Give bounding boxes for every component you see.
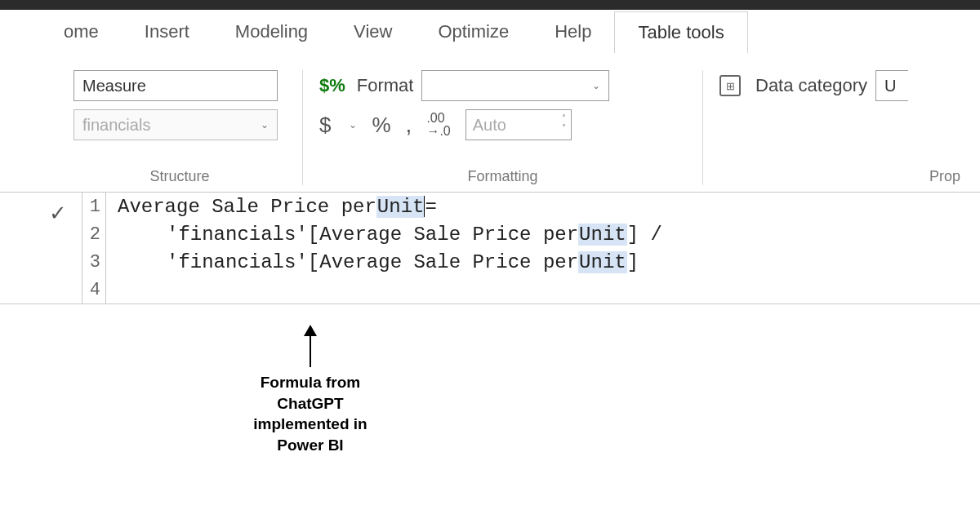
code-text: ] /: [627, 224, 662, 246]
group-formatting: $% Format ⌄ $ ⌄ % , .00→.0 Auto ˄ ˅: [302, 70, 702, 185]
decimal-places-stepper[interactable]: Auto ˄ ˅: [466, 109, 572, 140]
data-category-value: U: [884, 77, 896, 95]
code-highlight: Unit: [376, 196, 425, 218]
code-text: 'financials'[Average Sale Price per: [167, 224, 578, 246]
format-label: Format: [357, 75, 414, 96]
code-text: 'financials'[Average Sale Price per: [167, 251, 578, 273]
chevron-up-icon[interactable]: ˄: [562, 113, 566, 123]
formula-commit-area: ✓: [0, 193, 82, 226]
code-text: ]: [627, 251, 639, 273]
code-line[interactable]: 1 Average Sale Price per Unit =: [82, 193, 980, 220]
home-table-dropdown[interactable]: financials ⌄: [74, 109, 278, 140]
tab-home[interactable]: ome: [41, 11, 122, 52]
line-number: 4: [82, 280, 105, 300]
thousands-separator-button[interactable]: ,: [406, 112, 412, 138]
data-category-label: Data category: [755, 75, 867, 96]
tab-table-tools[interactable]: Table tools: [614, 11, 747, 53]
format-icon: $%: [319, 75, 345, 96]
line-number: 3: [82, 252, 105, 273]
group-label-properties: Prop: [719, 163, 964, 185]
decimal-places-value: Auto: [473, 116, 506, 135]
group-structure: financials ⌄ Structure: [57, 70, 302, 185]
measure-name-input[interactable]: [74, 70, 278, 101]
line-number: 1: [82, 197, 105, 217]
group-properties: ⊞ Data category U Prop: [702, 70, 980, 185]
tab-optimize[interactable]: Optimize: [415, 11, 532, 52]
decimal-places-icon[interactable]: .00→.0: [426, 112, 450, 138]
chevron-down-icon[interactable]: ˅: [562, 123, 566, 133]
data-category-icon: ⊞: [719, 75, 741, 96]
code-line[interactable]: 4: [82, 276, 980, 304]
code-text: Average Sale Price per: [118, 196, 376, 218]
code-highlight: Unit: [578, 251, 627, 273]
ribbon-body: financials ⌄ Structure $% Format ⌄ $ ⌄ %…: [0, 54, 980, 193]
format-dropdown[interactable]: ⌄: [421, 70, 609, 101]
annotation-callout: Formula from ChatGPT implemented in Powe…: [229, 326, 392, 456]
stepper-arrows[interactable]: ˄ ˅: [562, 113, 566, 133]
group-label-formatting: Formatting: [319, 163, 686, 185]
code-line[interactable]: 3 'financials'[Average Sale Price per Un…: [82, 248, 980, 276]
chevron-down-icon: ⌄: [261, 119, 269, 131]
percent-button[interactable]: %: [372, 113, 390, 138]
data-category-dropdown[interactable]: U: [875, 70, 908, 101]
chevron-down-icon[interactable]: ⌄: [349, 119, 357, 131]
arrow-up-icon: [310, 326, 311, 367]
title-bar-strip: [0, 0, 980, 10]
code-line[interactable]: 2 'financials'[Average Sale Price per Un…: [82, 220, 980, 248]
tab-help[interactable]: Help: [532, 11, 614, 52]
dax-editor[interactable]: 1 Average Sale Price per Unit = 2 'finan…: [82, 193, 980, 304]
ribbon-tab-row: ome Insert Modeling View Optimize Help T…: [0, 10, 980, 54]
chevron-down-icon: ⌄: [592, 80, 600, 91]
currency-button[interactable]: $: [319, 113, 331, 138]
annotation-text: Formula from ChatGPT implemented in Powe…: [229, 372, 392, 456]
tab-modeling[interactable]: Modeling: [212, 11, 331, 52]
formula-bar: ✓ 1 Average Sale Price per Unit = 2 'fin…: [0, 193, 980, 304]
tab-insert[interactable]: Insert: [122, 11, 212, 52]
group-label-structure: Structure: [74, 163, 286, 185]
line-number: 2: [82, 224, 105, 245]
code-text: =: [425, 196, 436, 218]
tab-view[interactable]: View: [331, 11, 415, 52]
home-table-value: financials: [82, 116, 150, 135]
commit-check-icon[interactable]: ✓: [49, 201, 67, 226]
code-highlight: Unit: [578, 224, 627, 246]
